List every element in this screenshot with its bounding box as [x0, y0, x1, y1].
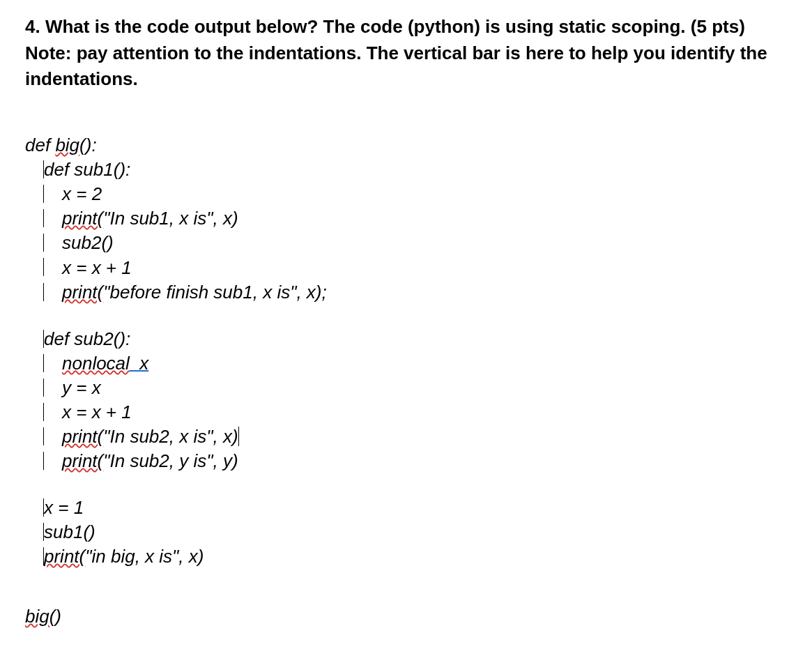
fn-big: big( — [55, 135, 85, 155]
print-args: "In sub2, y is", y) — [103, 450, 238, 471]
big-assign: x = 1 — [44, 497, 84, 518]
code-line-big-print: print("in big, x is", x) — [25, 544, 771, 569]
sub1-inc: x = x + 1 — [62, 257, 132, 278]
nonlocal-kw: nonlocal — [62, 353, 130, 374]
question-line-3: indentations. — [25, 66, 771, 93]
code-line-sub2-print2: print("In sub2, y is", y) — [25, 449, 771, 473]
code-line-def-big: def big(): — [25, 133, 771, 158]
nonlocal-var: x — [130, 353, 148, 374]
call-big: big( — [25, 606, 55, 627]
code-block: def big(): def sub1(): x = 2 print("In s… — [25, 133, 771, 629]
call-big-paren: ) — [55, 606, 61, 627]
text-cursor — [238, 427, 239, 447]
sub2-inc: x = x + 1 — [62, 402, 132, 422]
code-line-def-sub2: def sub2(): — [25, 327, 771, 351]
code-line-sub1-print2: print("before finish sub1, x is", x); — [25, 280, 771, 305]
blank-line — [25, 473, 771, 496]
def-sub1: def sub1(): — [44, 159, 130, 180]
code-line-sub2-yx: y = x — [25, 376, 771, 400]
print-args: "In sub2, x is", x) — [103, 426, 238, 447]
question-text: 4. What is the code output below? The co… — [25, 14, 771, 93]
code-line-sub1-x2: x = 2 — [25, 182, 771, 206]
code-line-sub1-inc: x = x + 1 — [25, 256, 771, 280]
print-args: "in big, x is", x) — [85, 546, 204, 567]
kw-def: def — [25, 135, 55, 155]
sub1-assign: x = 2 — [62, 183, 102, 204]
call-sub2: sub2() — [62, 232, 114, 253]
code-line-sub2-nonlocal: nonlocal x — [25, 351, 771, 376]
blank-line — [25, 570, 771, 604]
print-args: "In sub1, x is", x) — [103, 208, 238, 229]
question-line-1: 4. What is the code output below? The co… — [25, 14, 771, 40]
print-kw: print( — [62, 208, 103, 229]
code-line-sub1-print1: print("In sub1, x is", x) — [25, 206, 771, 231]
print-kw: print( — [44, 546, 85, 567]
print-kw: print( — [62, 282, 103, 303]
code-line-def-sub1: def sub1(): — [25, 158, 771, 182]
code-line-sub2-inc: x = x + 1 — [25, 400, 771, 425]
blank-line — [25, 305, 771, 327]
page-root: 4. What is the code output below? The co… — [0, 0, 796, 643]
code-line-big-call-sub1: sub1() — [25, 520, 771, 544]
print-kw: print( — [62, 426, 103, 447]
code-line-call-big: big() — [25, 604, 771, 629]
code-line-sub2-print1: print("In sub2, x is", x) — [25, 425, 771, 449]
question-line-2: Note: pay attention to the indentations.… — [25, 40, 771, 67]
print-kw: print( — [62, 450, 103, 471]
code-line-sub1-call-sub2: sub2() — [25, 231, 771, 255]
call-sub1: sub1() — [44, 521, 95, 542]
sub2-assign-y: y = x — [62, 377, 101, 398]
paren-colon: ): — [86, 135, 97, 155]
code-line-big-x1: x = 1 — [25, 496, 771, 520]
print-args: "before finish sub1, x is", x); — [103, 282, 326, 303]
def-sub2: def sub2(): — [44, 328, 130, 349]
